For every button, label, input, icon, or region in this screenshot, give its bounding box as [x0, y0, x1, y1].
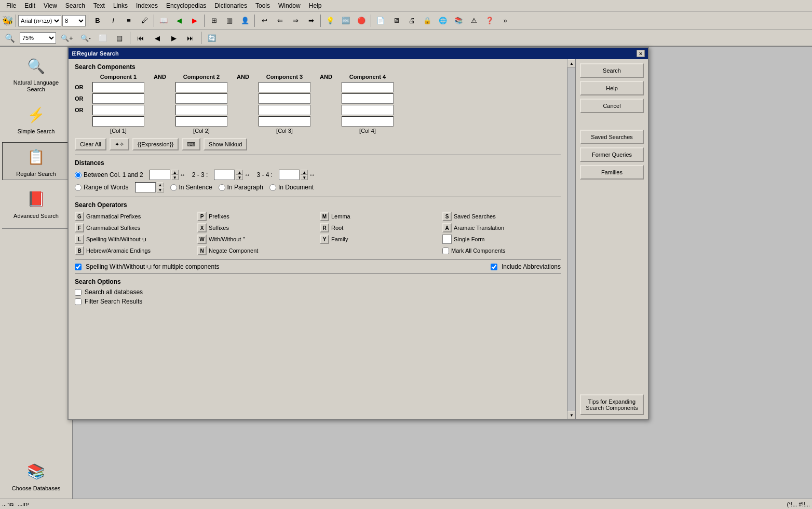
books2-button[interactable]: 📚	[451, 13, 466, 28]
spin-up-range[interactable]: ▲	[157, 182, 164, 187]
refresh-button[interactable]: 🔄	[205, 31, 219, 45]
show-nikkud-button[interactable]: Show Nikkud	[204, 138, 247, 150]
op-key-W[interactable]: W	[197, 235, 207, 244]
op-key-A[interactable]: A	[442, 223, 452, 232]
search-all-db-checkbox[interactable]	[75, 289, 82, 296]
translate-button[interactable]: 🔤	[339, 13, 353, 28]
abbreviations-checkbox[interactable]	[491, 264, 497, 270]
filter-results-checkbox[interactable]	[75, 298, 82, 305]
op-key-Y[interactable]: Y	[320, 235, 329, 244]
spin-up-1[interactable]: ▲	[171, 170, 179, 175]
font-size-select[interactable]: 8	[62, 15, 86, 26]
comp1-row1-input[interactable]	[92, 82, 144, 92]
comp3-row3-input[interactable]	[259, 105, 310, 115]
spin-down-2[interactable]: ▼	[236, 175, 243, 180]
pomegranate-button[interactable]: 🔴	[354, 13, 369, 28]
range-spin[interactable]	[135, 182, 156, 192]
mark-all-checkbox[interactable]	[442, 247, 449, 254]
spin-down-1[interactable]: ▼	[171, 175, 179, 180]
distance-spin-2[interactable]	[214, 170, 235, 180]
comp2-row1-input[interactable]	[175, 82, 227, 92]
spin-down-3[interactable]: ▼	[301, 175, 308, 180]
in-paragraph-radio[interactable]	[219, 184, 225, 191]
back-button[interactable]: ◀	[172, 13, 186, 28]
op-key-G[interactable]: G	[75, 212, 84, 221]
between-col-radio[interactable]	[75, 172, 82, 178]
search-button[interactable]: Search	[580, 63, 644, 78]
help-toolbar-button[interactable]: ❓	[482, 13, 497, 28]
print-button[interactable]: 🖨	[404, 13, 419, 28]
dialog-close-button[interactable]: ✕	[637, 50, 645, 57]
comp1-row4-input[interactable]	[92, 116, 144, 127]
nav-btn3[interactable]: ➡	[304, 13, 318, 28]
expand-button[interactable]: »	[498, 13, 512, 28]
spelling-checkbox[interactable]	[75, 264, 82, 270]
comp4-row1-input[interactable]	[342, 82, 394, 92]
comp3-row4-input[interactable]	[259, 116, 310, 127]
comp1-row3-input[interactable]	[92, 105, 144, 115]
comp3-row1-input[interactable]	[259, 82, 310, 92]
search-icon-btn[interactable]: 🔍	[2, 31, 18, 45]
frame-button[interactable]: ⬜	[96, 31, 110, 45]
warning-button[interactable]: ⚠	[467, 13, 481, 28]
scroll-down-button[interactable]: ▼	[567, 411, 576, 419]
op-key-F[interactable]: F	[75, 223, 84, 232]
op-key-B[interactable]: B	[75, 246, 84, 255]
cancel-button[interactable]: Cancel	[580, 99, 644, 113]
spin-down-range[interactable]: ▼	[157, 187, 164, 192]
italic-button[interactable]: I	[106, 13, 120, 28]
menu-links[interactable]: Links	[109, 1, 132, 10]
insert-special-button[interactable]: ✦✧	[110, 138, 129, 150]
next-button[interactable]: ▶	[167, 31, 181, 45]
comp4-row2-input[interactable]	[342, 93, 394, 104]
comp2-row3-input[interactable]	[175, 105, 227, 115]
nav-btn1[interactable]: ⇐	[273, 13, 287, 28]
op-key-R[interactable]: R	[320, 223, 329, 232]
columns-button[interactable]: ▥	[222, 13, 237, 28]
last-button[interactable]: ⏭	[183, 31, 198, 45]
history-back-button[interactable]: ↩	[257, 13, 272, 28]
spin-up-3[interactable]: ▲	[301, 170, 308, 175]
comp1-row2-input[interactable]	[92, 93, 144, 104]
families-button[interactable]: Families	[580, 165, 644, 180]
in-document-radio[interactable]	[269, 184, 276, 191]
op-key-X[interactable]: X	[197, 223, 207, 232]
comp2-row4-input[interactable]	[175, 116, 227, 127]
nav-btn2[interactable]: ⇒	[288, 13, 303, 28]
menu-help[interactable]: Help	[305, 1, 326, 10]
op-key-P[interactable]: P	[197, 212, 207, 221]
layout-button[interactable]: ⊞	[207, 13, 221, 28]
op-key-N[interactable]: N	[197, 246, 207, 255]
network-button[interactable]: 🌐	[436, 13, 450, 28]
highlight-button[interactable]: 🖊	[137, 13, 152, 28]
align-button[interactable]: ≡	[121, 13, 136, 28]
expression-button[interactable]: {{Expression}}	[132, 138, 179, 150]
keyboard-button[interactable]: ⌨	[182, 138, 200, 150]
zoom-out-button[interactable]: 🔍-	[78, 31, 93, 45]
comp4-row4-input[interactable]	[342, 116, 394, 127]
sidebar-item-regular-search[interactable]: 📋 Regular Search	[2, 142, 70, 180]
zoom-in-button[interactable]: 🔍+	[58, 31, 76, 45]
display-button[interactable]: 🖥	[389, 13, 403, 28]
view-toggle-button[interactable]: ▤	[112, 31, 127, 45]
menu-indexes[interactable]: Indexes	[132, 1, 162, 10]
bold-button[interactable]: B	[90, 13, 105, 28]
user-button[interactable]: 👤	[238, 13, 252, 28]
menu-encyclopedias[interactable]: Encyclopedias	[162, 1, 210, 10]
tips-button[interactable]: Tips for Expanding Search Components	[580, 394, 644, 415]
range-words-radio[interactable]	[75, 184, 82, 191]
menu-window[interactable]: Window	[274, 1, 305, 10]
op-key-L[interactable]: L	[75, 235, 84, 244]
menu-tools[interactable]: Tools	[251, 1, 274, 10]
menu-text[interactable]: Text	[89, 1, 109, 10]
help-button[interactable]: Help	[580, 81, 644, 95]
distance-spin-1[interactable]	[150, 170, 170, 180]
font-family-select[interactable]: Arial (עברית)	[18, 15, 61, 26]
comp2-row2-input[interactable]	[175, 93, 227, 104]
sidebar-item-choose-databases[interactable]: 📚 Choose Databases	[2, 457, 70, 494]
comp4-row3-input[interactable]	[342, 105, 394, 115]
forward-button[interactable]: ▶	[187, 13, 202, 28]
op-key-S[interactable]: S	[442, 212, 452, 221]
sidebar-item-simple-search[interactable]: ⚡ Simple Search	[2, 100, 70, 137]
menu-view[interactable]: View	[39, 1, 61, 10]
